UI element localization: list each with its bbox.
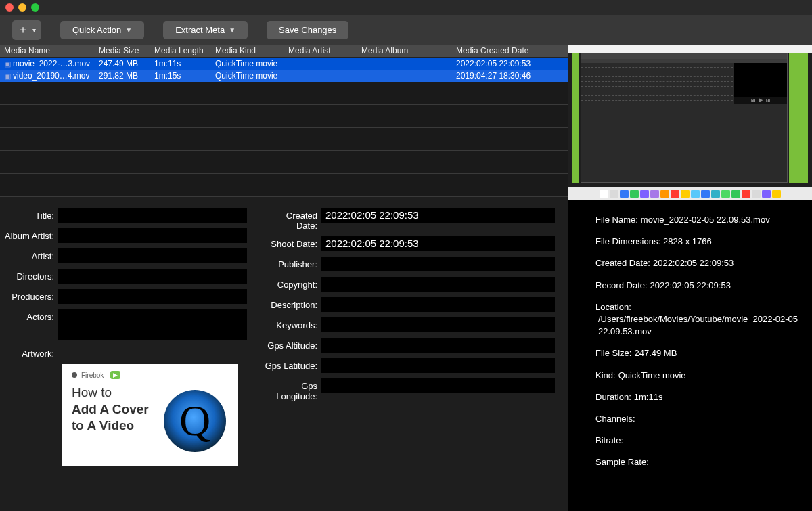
input-publisher[interactable] (321, 257, 555, 271)
label-keywords: Keywords: (263, 317, 321, 330)
cell-length: 1m:11s (150, 58, 211, 70)
input-shoot-date[interactable]: 2022:02:05 22:09:53 (321, 236, 555, 251)
input-artist[interactable] (58, 248, 247, 263)
add-media-button[interactable]: ＋▾ (12, 20, 41, 40)
col-media-kind[interactable]: Media Kind (211, 45, 284, 57)
label-created-date: Created Date: (263, 208, 321, 231)
input-directors[interactable] (58, 269, 247, 284)
input-album-artist[interactable] (58, 228, 247, 243)
cell-size: 247.49 MB (95, 58, 150, 70)
table-row[interactable]: ▣video_20190…4.mov 291.82 MB 1m:15s Quic… (0, 70, 568, 82)
save-changes-button[interactable]: Save Changes (267, 21, 348, 39)
col-media-size[interactable]: Media Size (95, 45, 150, 57)
info-sample-rate: Sample Rate: (595, 456, 801, 468)
info-channels: Channels: (595, 413, 801, 425)
file-icon: ▣ (4, 72, 11, 80)
plus-icon: ＋ (18, 23, 28, 37)
col-media-artist[interactable]: Media Artist (284, 45, 357, 57)
preview-thumbnail: ⏮▶⏭ (581, 53, 788, 183)
minimize-window-button[interactable] (18, 3, 26, 12)
label-producers: Producers: (0, 289, 58, 302)
label-artist: Artist: (0, 248, 58, 261)
cell-album (357, 62, 452, 65)
col-media-created[interactable]: Media Created Date (452, 45, 568, 57)
media-table-header: Media Name Media Size Media Length Media… (0, 45, 568, 58)
info-kind: Kind:QuickTime movie (595, 370, 801, 382)
cell-created: 2022:02:05 22:09:53 (452, 58, 568, 70)
label-publisher: Publisher: (263, 257, 321, 269)
quicktime-icon (164, 390, 226, 452)
info-duration: Duration:1m:11s (595, 391, 801, 403)
next-icon: ⏭ (766, 98, 771, 103)
label-actors: Actors: (0, 309, 58, 322)
info-dimensions: File Dimensions:2828 x 1766 (595, 236, 801, 248)
info-created: Created Date:2022:02:05 22:09:53 (595, 257, 801, 269)
input-title[interactable] (58, 208, 247, 223)
cell-artist (284, 74, 357, 77)
media-table-body: ▣movie_2022-…3.mov 247.49 MB 1m:11s Quic… (0, 58, 568, 82)
input-producers[interactable] (58, 289, 247, 304)
cell-name: video_20190…4.mov (13, 71, 89, 81)
input-created-date[interactable]: 2022:02:05 22:09:53 (321, 208, 555, 223)
cell-created: 2019:04:27 18:30:46 (452, 70, 568, 82)
input-description[interactable] (321, 297, 555, 312)
input-keywords[interactable] (321, 317, 555, 332)
label-copyright: Copyright: (263, 277, 321, 290)
extract-meta-button[interactable]: Extract Meta ▼ (163, 21, 248, 39)
cell-length: 1m:15s (150, 70, 211, 82)
extract-meta-label: Extract Meta (175, 25, 225, 35)
info-size: File Size:247.49 MB (595, 347, 801, 359)
info-record: Record Date:2022:02:05 22:09:53 (595, 280, 801, 292)
file-icon: ▣ (4, 60, 11, 68)
cell-size: 291.82 MB (95, 70, 150, 82)
label-gps-longitude: Gps Longitude: (263, 378, 321, 401)
label-artwork: Artwork: (0, 346, 58, 359)
input-gps-latitude[interactable] (321, 358, 555, 373)
label-description: Description: (263, 297, 321, 310)
cell-kind: QuickTime movie (211, 58, 284, 70)
empty-rows (0, 82, 568, 197)
save-changes-label: Save Changes (279, 25, 336, 35)
label-shoot-date: Shoot Date: (263, 236, 321, 249)
metadata-form: Title: Album Artist: Artist: Directors: … (0, 197, 568, 511)
info-bitrate: Bitrate: (595, 435, 801, 447)
input-actors[interactable] (58, 309, 247, 340)
label-gps-altitude: Gps Altitude: (263, 338, 321, 351)
label-title: Title: (0, 208, 58, 221)
toolbar: ＋▾ Quick Action ▼ Extract Meta ▼ Save Ch… (0, 15, 812, 45)
input-gps-longitude[interactable] (321, 378, 555, 393)
label-directors: Directors: (0, 269, 58, 282)
col-media-length[interactable]: Media Length (150, 45, 211, 57)
quick-action-button[interactable]: Quick Action ▼ (60, 21, 144, 39)
info-file-name: File Name:movie_2022-02-05 22.09.53.mov (595, 214, 801, 226)
info-location: Location:/Users/fireebok/Movies/Youtube/… (595, 301, 801, 338)
artwork-preview[interactable]: Firebok▶ How to Add A Cover to A Video (62, 364, 238, 466)
play-icon: ▶ (759, 97, 763, 103)
chevron-down-icon: ▼ (125, 26, 132, 34)
maximize-window-button[interactable] (31, 3, 39, 12)
mini-player: ⏮▶⏭ (734, 63, 787, 104)
quick-action-label: Quick Action (72, 25, 121, 35)
chevron-down-icon: ▼ (229, 26, 235, 34)
cell-kind: QuickTime movie (211, 70, 284, 82)
prev-icon: ⏮ (751, 98, 756, 103)
label-gps-latitude: Gps Latitude: (263, 358, 321, 371)
cell-album (357, 74, 452, 77)
input-copyright[interactable] (321, 277, 555, 292)
col-media-album[interactable]: Media Album (357, 45, 452, 57)
input-gps-altitude[interactable] (321, 338, 555, 353)
dock (568, 187, 812, 200)
video-preview-panel: ⏮▶⏭ (568, 45, 812, 200)
col-media-name[interactable]: Media Name (0, 45, 95, 57)
table-row[interactable]: ▣movie_2022-…3.mov 247.49 MB 1m:11s Quic… (0, 58, 568, 70)
artwork-brand: Firebok▶ (72, 371, 229, 379)
chevron-down-icon: ▾ (32, 26, 36, 34)
cell-artist (284, 62, 357, 65)
label-album-artist: Album Artist: (0, 228, 58, 241)
window-titlebar (0, 0, 812, 15)
media-info-list: File Name:movie_2022-02-05 22.09.53.mov … (568, 200, 812, 511)
close-window-button[interactable] (5, 3, 14, 12)
cell-name: movie_2022-…3.mov (13, 59, 90, 68)
